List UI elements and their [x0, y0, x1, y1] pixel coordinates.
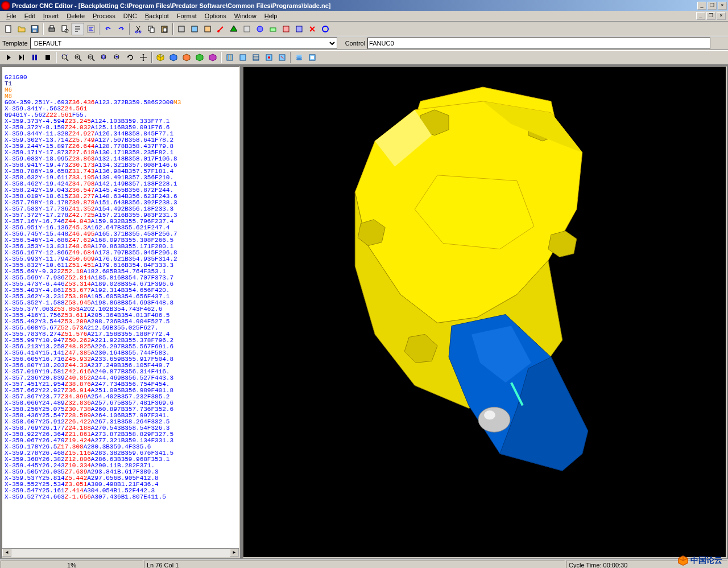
svg-rect-36 — [102, 56, 105, 58]
print-preview-icon[interactable] — [59, 23, 71, 35]
status-progress: 1% — [1, 561, 143, 569]
print-icon[interactable] — [46, 23, 58, 35]
display-mode4-icon[interactable] — [263, 51, 275, 64]
menu-format[interactable]: Format — [173, 11, 201, 20]
tool5-icon[interactable] — [228, 23, 240, 35]
menu-window[interactable]: Window — [230, 11, 260, 20]
zoom-fit-icon[interactable] — [59, 51, 71, 64]
tool11-icon[interactable] — [306, 23, 318, 35]
svg-point-42 — [268, 56, 270, 59]
display-mode3-icon[interactable] — [250, 51, 262, 64]
tool9-icon[interactable] — [280, 23, 292, 35]
copy-icon[interactable] — [145, 23, 158, 35]
svg-rect-23 — [296, 26, 302, 32]
code-scrollbar[interactable]: ◄ ► — [2, 548, 239, 557]
menu-help[interactable]: Help — [260, 11, 282, 20]
cut-icon[interactable] — [132, 23, 144, 35]
svg-point-46 — [296, 58, 302, 60]
tool6-icon[interactable] — [241, 23, 253, 35]
view-back-icon[interactable] — [206, 51, 219, 64]
scroll-right-icon[interactable]: ► — [230, 549, 239, 557]
svg-rect-22 — [283, 26, 289, 32]
zoom-out-icon[interactable] — [85, 51, 97, 64]
svg-rect-12 — [150, 28, 154, 32]
code-content[interactable]: G21G90 T1 M6 M8 G0X-359.251Y-.693Z36.436… — [2, 67, 239, 548]
stop-icon[interactable] — [42, 51, 54, 64]
svg-rect-19 — [244, 26, 250, 32]
menu-dnc[interactable]: DNC — [119, 11, 141, 20]
svg-line-30 — [66, 59, 68, 61]
paste-icon[interactable] — [158, 23, 171, 35]
zoom-in-icon[interactable] — [72, 51, 84, 64]
svg-rect-21 — [270, 28, 276, 31]
scroll-track[interactable] — [11, 549, 230, 557]
zoom-window-icon[interactable] — [98, 51, 110, 64]
scroll-left-icon[interactable]: ◄ — [2, 549, 11, 557]
menu-backplot[interactable]: Backplot — [141, 11, 173, 20]
undo-icon[interactable] — [102, 23, 114, 35]
svg-rect-17 — [205, 26, 210, 32]
view-side-icon[interactable] — [193, 51, 206, 64]
menu-edit[interactable]: Edit — [20, 11, 39, 20]
svg-rect-15 — [179, 26, 184, 32]
tool3-icon[interactable] — [201, 23, 214, 35]
view-iso-icon[interactable] — [154, 51, 167, 64]
svg-rect-25 — [23, 55, 24, 60]
svg-rect-39 — [240, 55, 246, 60]
menu-process[interactable]: Process — [89, 11, 119, 20]
save-icon[interactable] — [28, 23, 41, 35]
play-icon[interactable] — [2, 51, 15, 64]
view-front-icon[interactable] — [180, 51, 193, 64]
svg-point-35 — [101, 55, 106, 59]
wrap-icon[interactable] — [72, 23, 84, 35]
settings-icon[interactable] — [306, 51, 318, 64]
tool7-icon[interactable] — [254, 23, 266, 35]
rotate-icon[interactable] — [124, 51, 136, 64]
svg-rect-3 — [33, 30, 36, 32]
mdi-close-button[interactable]: × — [717, 12, 726, 20]
minimize-button[interactable]: _ — [697, 2, 706, 10]
new-file-icon[interactable] — [2, 23, 15, 35]
layers-icon[interactable] — [293, 51, 305, 64]
text-icon[interactable] — [85, 23, 97, 35]
svg-rect-2 — [32, 26, 37, 28]
main-area: G21G90 T1 M6 M8 G0X-359.251Y-.693Z36.436… — [0, 65, 728, 559]
open-file-icon[interactable] — [15, 23, 28, 35]
display-mode5-icon[interactable] — [276, 51, 288, 64]
close-button[interactable]: × — [718, 2, 727, 10]
tool1-icon[interactable] — [175, 23, 188, 35]
maximize-button[interactable]: ❐ — [708, 2, 717, 10]
display-mode1-icon[interactable] — [224, 51, 236, 64]
svg-rect-6 — [62, 26, 67, 31]
mdi-minimize-button[interactable]: _ — [696, 12, 705, 20]
step-icon[interactable] — [15, 51, 28, 64]
template-dropdown[interactable]: DEFAULT — [30, 38, 337, 49]
status-position: Ln 76 Col 1 — [144, 561, 565, 569]
tool12-icon[interactable] — [319, 23, 332, 35]
3d-model-render — [243, 67, 726, 557]
mdi-restore-button[interactable]: ❐ — [706, 12, 715, 20]
control-input[interactable] — [367, 38, 710, 49]
zoom-prev-icon[interactable] — [111, 51, 123, 64]
pause-icon[interactable] — [28, 51, 41, 64]
tool-holder — [449, 314, 588, 471]
3d-viewport[interactable] — [242, 66, 727, 558]
menu-delete[interactable]: Delete — [63, 11, 89, 20]
tool8-icon[interactable] — [267, 23, 279, 35]
svg-rect-28 — [46, 55, 50, 60]
pan-icon[interactable] — [137, 51, 150, 64]
tool2-icon[interactable] — [188, 23, 201, 35]
title-bar: Predator CNC Editor - [Backplotting C:\P… — [0, 0, 728, 11]
main-toolbar — [0, 22, 728, 36]
menu-insert[interactable]: Insert — [39, 11, 63, 20]
tool4-icon[interactable] — [214, 23, 227, 35]
menu-options[interactable]: Options — [201, 11, 230, 20]
view-top-icon[interactable] — [167, 51, 180, 64]
window-title: Predator CNC Editor - [Backplotting C:\P… — [12, 2, 697, 9]
simulation-toolbar — [0, 50, 728, 65]
tool10-icon[interactable] — [293, 23, 305, 35]
display-mode2-icon[interactable] — [237, 51, 249, 64]
menu-file[interactable]: File — [2, 11, 20, 20]
template-label: Template — [2, 40, 28, 47]
redo-icon[interactable] — [115, 23, 127, 35]
